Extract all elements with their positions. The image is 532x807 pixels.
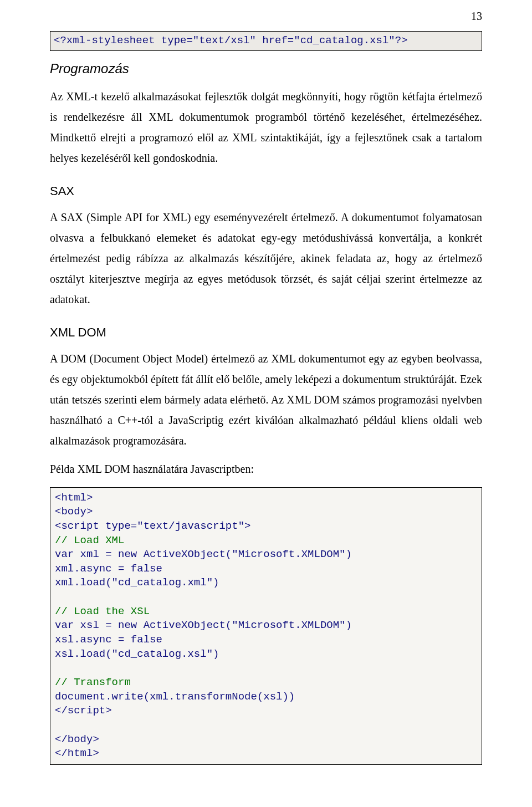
heading-programozas: Programozás (50, 61, 482, 76)
code-line: <body> (55, 505, 93, 518)
code-line: xml.load("cd_catalog.xml") (55, 576, 219, 589)
page-number: 13 (471, 10, 482, 23)
paragraph-dom-1: A DOM (Document Object Model) értelmező … (50, 349, 482, 451)
code-line: </html> (55, 747, 99, 759)
paragraph-programozas: Az XML-t kezelő alkalmazásokat fejlesztő… (50, 86, 482, 168)
code-line: </body> (55, 733, 99, 745)
code-line: xsl.load("cd_catalog.xsl") (55, 648, 219, 660)
code-line: </script> (55, 704, 112, 717)
code-comment: // Load XML (55, 534, 124, 546)
code-line: var xsl = new ActiveXObject("Microsoft.X… (55, 619, 352, 631)
paragraph-dom-2: Példa XML DOM használatára Javascriptben… (50, 459, 482, 479)
code-line: document.write(xml.transformNode(xsl)) (55, 691, 295, 703)
code-comment: // Transform (55, 676, 131, 688)
code-line: <html> (55, 492, 93, 504)
code-line: xsl.async = false (55, 634, 162, 646)
code-line: var xml = new ActiveXObject("Microsoft.X… (55, 548, 352, 560)
heading-sax: SAX (50, 184, 482, 198)
code-line: xml.async = false (55, 563, 162, 575)
document-page: 13 <?xml-stylesheet type="text/xsl" href… (0, 0, 532, 807)
paragraph-sax: A SAX (Simple API for XML) egy eseményve… (50, 207, 482, 310)
code-line: <script type="text/javascript"> (55, 520, 250, 532)
code-comment: // Load the XSL (55, 605, 150, 617)
heading-xml-dom: XML DOM (50, 325, 482, 340)
code-block-javascript-dom: <html> <body> <script type="text/javascr… (50, 487, 482, 765)
code-block-xsl-stylesheet: <?xml-stylesheet type="text/xsl" href="c… (50, 31, 482, 51)
